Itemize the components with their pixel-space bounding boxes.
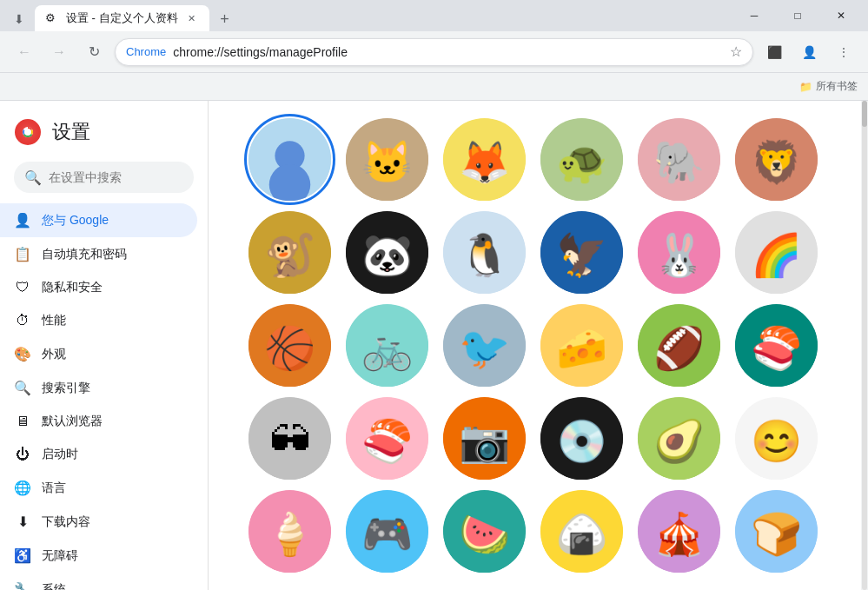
settings-title: 设置 [52,119,90,145]
sidebar-item-language[interactable]: 🌐 语言 [0,471,197,505]
avatar-item[interactable]: 🐒 [248,211,331,294]
avatar-item[interactable]: 🍞 [735,490,818,573]
avatar-item[interactable]: 🐦 [443,304,526,387]
svg-text:🍞: 🍞 [751,509,803,559]
folder-icon: 📁 [799,81,812,93]
forward-button[interactable]: → [45,38,73,66]
tab-title-text: 设置 - 自定义个人资料 [66,10,178,26]
nav-icon-browser: 🖥 [14,414,31,429]
svg-text:🐱: 🐱 [361,137,414,187]
nav-items: 👤 您与 Google 📋 自动填充和密码 🛡 隐私和安全 ⏱ 性能 🎨 外观 … [0,203,208,590]
svg-text:🦅: 🦅 [556,230,608,280]
tab-list-button[interactable]: ⬇ [7,7,31,31]
reload-button[interactable]: ↻ [80,38,108,66]
avatar-item[interactable]: 🕶 [248,397,331,480]
chrome-settings-logo [14,118,42,146]
nav-icon-google: 👤 [14,212,31,229]
scrollbar-thumb[interactable] [862,101,867,127]
svg-text:🐒: 🐒 [264,230,316,280]
active-tab[interactable]: ⚙ 设置 - 自定义个人资料 ✕ [35,5,209,31]
avatar-item[interactable]: 🏈 [638,304,720,387]
nav-label-privacy: 隐私和安全 [42,280,103,295]
avatar-item[interactable]: 😊 [735,397,818,480]
main-layout: 设置 🔍 👤 您与 Google 📋 自动填充和密码 🛡 隐私和安全 ⏱ 性能 … [0,101,868,590]
avatar-item[interactable]: 🎪 [638,490,720,573]
nav-icon-system: 🔧 [14,581,31,590]
menu-button[interactable]: ⋮ [830,38,858,66]
avatar-item[interactable]: 🍦 [248,490,331,573]
avatar-item[interactable]: 🐢 [540,118,623,201]
avatar-item[interactable]: 🧀 [540,304,623,387]
search-input[interactable] [49,170,201,184]
sidebar: 设置 🔍 👤 您与 Google 📋 自动填充和密码 🛡 隐私和安全 ⏱ 性能 … [0,101,209,590]
sidebar-item-google[interactable]: 👤 您与 Google [0,203,197,237]
avatar-item[interactable]: 🍣 [346,397,428,480]
nav-icon-performance: ⏱ [14,313,31,328]
nav-icon-appearance: 🎨 [14,346,31,362]
extensions-button[interactable]: ⬛ [760,38,788,66]
tab-close-button[interactable]: ✕ [185,11,199,25]
back-button[interactable]: ← [10,38,38,66]
close-window-button[interactable]: ✕ [821,2,861,30]
avatar-item[interactable]: 🚲 [346,304,428,387]
avatar-item[interactable]: 🐧 [443,211,526,294]
svg-text:🚲: 🚲 [361,323,414,373]
nav-label-accessibility: 无障碍 [42,548,78,564]
svg-text:🦁: 🦁 [751,137,803,187]
avatar-item[interactable]: 🏀 [248,304,331,387]
avatar-item[interactable]: 🥑 [638,397,720,480]
sidebar-item-appearance[interactable]: 🎨 外观 [0,337,197,371]
window-controls: ─ □ ✕ [734,2,861,30]
avatar-grid: 🐱 🦊 🐢 🐘 🦁 🐒 🐼 🐧 🦅 🐰 🌈 🏀 🚲 🐦 [209,101,861,590]
svg-text:🍦: 🍦 [264,509,316,559]
minimize-button[interactable]: ─ [734,2,774,30]
account-button[interactable]: 👤 [795,38,823,66]
nav-icon-language: 🌐 [14,480,31,496]
avatar-item[interactable]: 🦅 [540,211,623,294]
sidebar-item-browser[interactable]: 🖥 默认浏览器 [0,405,197,438]
avatar-item[interactable]: 📷 [443,397,526,480]
content-scrollbar[interactable] [861,101,868,590]
avatar-item[interactable]: 🍉 [443,490,526,573]
svg-text:🏀: 🏀 [264,323,316,373]
nav-label-downloads: 下载内容 [42,514,90,530]
svg-text:🍣: 🍣 [361,416,414,466]
all-bookmarks[interactable]: 📁 所有书签 [799,79,858,94]
avatar-item[interactable]: 🐼 [346,211,428,294]
svg-text:🍣: 🍣 [751,323,803,373]
sidebar-item-autofill[interactable]: 📋 自动填充和密码 [0,237,197,271]
nav-icon-search: 🔍 [14,380,31,396]
chrome-label: Chrome [126,45,166,58]
sidebar-item-downloads[interactable]: ⬇ 下载内容 [0,505,197,539]
content-area: 🐱 🦊 🐢 🐘 🦁 🐒 🐼 🐧 🦅 🐰 🌈 🏀 🚲 🐦 [209,101,861,590]
sidebar-item-privacy[interactable]: 🛡 隐私和安全 [0,271,197,304]
sidebar-item-search[interactable]: 🔍 搜索引擎 [0,371,197,405]
sidebar-item-accessibility[interactable]: ♿ 无障碍 [0,539,197,573]
avatar-item[interactable]: 🍙 [540,490,623,573]
avatar-item[interactable]: 🦁 [735,118,818,201]
avatar-item[interactable]: 🐘 [638,118,720,201]
avatar-item[interactable]: 🐱 [346,118,428,201]
avatar-item[interactable]: 🍣 [735,304,818,387]
titlebar: ⬇ ⚙ 设置 - 自定义个人资料 ✕ + ─ □ ✕ [0,0,868,31]
svg-point-3 [24,129,31,136]
svg-text:🕶: 🕶 [268,418,310,464]
search-box[interactable]: 🔍 [14,162,194,193]
sidebar-item-startup[interactable]: ⏻ 启动时 [0,438,197,471]
svg-text:🐰: 🐰 [653,230,706,280]
sidebar-item-performance[interactable]: ⏱ 性能 [0,304,197,337]
avatar-item[interactable] [248,118,331,201]
svg-text:🥑: 🥑 [653,416,706,466]
nav-icon-accessibility: ♿ [14,547,31,564]
avatar-item[interactable]: 🌈 [735,211,818,294]
new-tab-button[interactable]: + [213,7,237,31]
avatar-item[interactable]: 🦊 [443,118,526,201]
avatar-item[interactable]: 💿 [540,397,623,480]
maximize-button[interactable]: □ [778,2,818,30]
avatar-item[interactable]: 🐰 [638,211,720,294]
avatar-item[interactable]: 🎮 [346,490,428,573]
sidebar-item-system[interactable]: 🔧 系统 [0,573,197,590]
bookmark-icon[interactable]: ☆ [730,43,742,60]
address-bar[interactable]: Chrome chrome://settings/manageProfile ☆ [115,38,753,66]
nav-label-language: 语言 [42,481,66,496]
